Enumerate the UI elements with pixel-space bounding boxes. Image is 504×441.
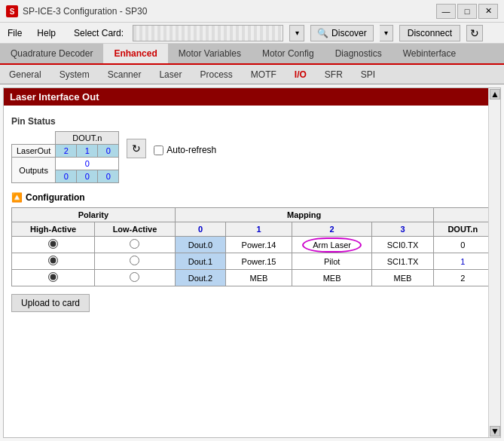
arm-laser-text: Arm Laser	[310, 240, 354, 250]
radio-low-active-0	[95, 237, 176, 253]
tab2-general[interactable]: General	[0, 65, 50, 84]
tab-motor-variables[interactable]: Motor Variables	[168, 44, 252, 63]
auto-refresh-area: Auto-refresh	[154, 145, 216, 155]
tab2-motf[interactable]: MOTF	[242, 65, 286, 84]
tab-webinterface-label: Webinterface	[403, 48, 456, 59]
laserout-cell-2: 2	[56, 145, 77, 158]
title-bar-controls: — □ ✕	[436, 4, 498, 19]
app-icon: S	[6, 5, 18, 17]
col-header-3: 3	[372, 222, 433, 237]
cell-row2-col3: MEB	[372, 270, 433, 286]
col-header-0: 0	[175, 222, 226, 237]
pin-status-label: Pin Status	[11, 116, 493, 127]
cell-row0-col1: Power.14	[226, 237, 292, 253]
radio-low-0[interactable]	[130, 239, 139, 249]
tab-diagnostics-label: Diagnostics	[335, 48, 382, 59]
polarity-header: Polarity	[12, 208, 176, 222]
config-header: 🔼 Configuration	[11, 192, 493, 203]
svg-text:S: S	[10, 8, 15, 16]
tab-motor-config[interactable]: Motor Config	[252, 44, 325, 63]
col-header-high-active: High-Active	[12, 222, 95, 237]
radio-high-0[interactable]	[48, 239, 58, 249]
close-button[interactable]: ✕	[478, 4, 498, 19]
title-bar: S SP-ICE-3 Configuration - SP30 — □ ✕	[0, 0, 504, 23]
discover-dropdown-button[interactable]: ▾	[380, 25, 393, 41]
cell-row1-col3: SCI1.TX	[372, 253, 433, 270]
col-header-low-active: Low-Active	[95, 222, 176, 237]
cell-row0-col0: Dout.0	[175, 237, 226, 253]
table-row: Dout.1 Power.15 Pilot SCI1.TX 1	[12, 253, 493, 270]
dout-n-header	[433, 208, 492, 222]
collapse-arrow-icon[interactable]: 🔼	[11, 192, 23, 203]
radio-high-2[interactable]	[48, 272, 58, 282]
outputs-top-row: 0	[56, 158, 119, 170]
cell-row2-col2: MEB	[292, 270, 372, 286]
tab-quadrature-decoder-label: Quadrature Decoder	[11, 48, 93, 59]
radio-low-active-2	[95, 270, 176, 286]
cell-row2-col0: Dout.2	[175, 270, 226, 286]
disconnect-button[interactable]: Disconnect	[399, 25, 460, 41]
cell-row1-col0: Dout.1	[175, 253, 226, 270]
tab2-system[interactable]: System	[50, 65, 99, 84]
tab2-laser[interactable]: Laser	[150, 65, 191, 84]
cell-row1-col2: Pilot	[292, 253, 372, 270]
auto-refresh-checkbox[interactable]	[154, 145, 163, 155]
tab-quadrature-decoder[interactable]: Quadrature Decoder	[0, 44, 103, 63]
discover-icon: 🔍	[317, 28, 328, 38]
menu-file[interactable]: File	[3, 26, 26, 41]
tab2-scanner[interactable]: Scanner	[99, 65, 151, 84]
radio-low-active-1	[95, 253, 176, 270]
mapping-table: Polarity Mapping High-Active Low-Active …	[11, 207, 493, 286]
upload-to-card-button[interactable]: Upload to card	[11, 294, 90, 312]
pin-status-table: DOUT.n LaserOut 2 1 0	[11, 131, 119, 183]
nav-row2: General System Scanner Laser Process MOT…	[0, 65, 504, 84]
menu-bar: File Help Select Card: ▾ 🔍 Discover ▾ Di…	[0, 23, 504, 44]
cell-row2-dout: 2	[433, 270, 492, 286]
tab2-sfr[interactable]: SFR	[316, 65, 352, 84]
radio-high-active-1	[12, 253, 95, 270]
select-card-label: Select Card:	[74, 28, 124, 38]
nav-row1: Quadrature Decoder Enhanced Motor Variab…	[0, 44, 504, 65]
menu-help[interactable]: Help	[32, 26, 60, 41]
tab2-process[interactable]: Process	[191, 65, 241, 84]
minimize-button[interactable]: —	[436, 4, 456, 19]
col-header-2: 2	[292, 222, 372, 237]
tab-diagnostics[interactable]: Diagnostics	[325, 44, 393, 63]
discover-button[interactable]: 🔍 Discover	[310, 25, 374, 41]
cell-row0-dout: 0	[433, 237, 492, 253]
radio-high-1[interactable]	[48, 256, 58, 265]
tab-webinterface[interactable]: Webinterface	[393, 44, 466, 63]
refresh-button[interactable]: ↻	[466, 25, 483, 41]
small-refresh-button[interactable]: ↻	[127, 139, 146, 158]
scrollbar[interactable]: ▲ ▼	[488, 88, 500, 437]
output-cell-0: 0	[98, 170, 119, 183]
scroll-down-button[interactable]: ▼	[490, 426, 500, 436]
laserout-cell-0: 0	[98, 145, 119, 158]
table-row: Dout.2 MEB MEB MEB 2	[12, 270, 493, 286]
radio-low-2[interactable]	[130, 272, 139, 282]
col-header-dout-n: DOUT.n	[433, 222, 492, 237]
auto-refresh-label: Auto-refresh	[166, 145, 216, 155]
section-title: Laser Interface Out	[10, 91, 99, 103]
radio-low-1[interactable]	[130, 256, 139, 265]
dout-header: DOUT.n	[72, 133, 102, 142]
output-cell-1: 0	[77, 170, 98, 183]
card-select-input[interactable]	[133, 25, 283, 41]
pin-table-area: DOUT.n LaserOut 2 1 0	[11, 131, 493, 183]
title-bar-text: SP-ICE-3 Configuration - SP30	[23, 6, 436, 17]
laserout-cell-1: 1	[77, 145, 98, 158]
scroll-up-button[interactable]: ▲	[490, 89, 500, 100]
col-header-1: 1	[226, 222, 292, 237]
refresh-icon: ↻	[132, 142, 141, 155]
tab-enhanced[interactable]: Enhanced	[103, 44, 167, 63]
configuration-section: 🔼 Configuration Polarity Mapping	[11, 192, 493, 312]
laserout-label: LaserOut	[12, 145, 56, 158]
cell-row1-col1: Power.15	[226, 253, 292, 270]
tab-enhanced-label: Enhanced	[114, 48, 157, 59]
maximize-button[interactable]: □	[457, 4, 477, 19]
tab2-spi[interactable]: SPI	[352, 65, 384, 84]
mapping-header: Mapping	[175, 208, 433, 222]
discover-label: Discover	[331, 28, 367, 38]
tab2-io[interactable]: I/O	[286, 65, 316, 84]
card-dropdown-button[interactable]: ▾	[289, 25, 304, 41]
